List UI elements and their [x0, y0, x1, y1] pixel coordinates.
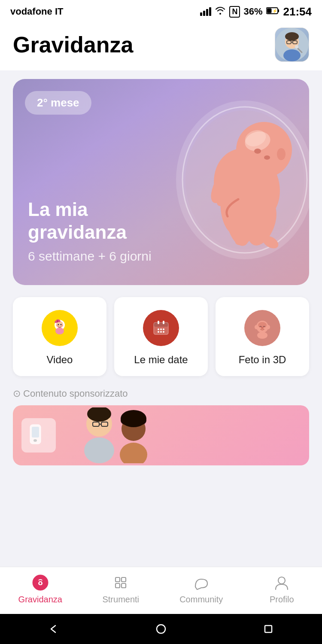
- feto3d-label: Feto in 3D: [239, 354, 286, 366]
- svg-point-47: [158, 328, 159, 330]
- hero-card[interactable]: 2° mese: [13, 79, 309, 285]
- battery-text: 36%: [243, 6, 262, 17]
- gravidanza-nav-icon: 8: [31, 573, 50, 592]
- sponsored-label: ⊙ Contenuto sponsorizzato: [13, 388, 309, 399]
- nav-strumenti[interactable]: Strumenti: [81, 573, 161, 605]
- wifi-icon: [215, 6, 226, 17]
- hero-subtitle: 6 settimane + 6 giorni: [28, 249, 152, 264]
- nav-gravidanza[interactable]: 8 Gravidanza: [0, 573, 81, 605]
- recent-button[interactable]: [261, 622, 275, 636]
- svg-point-51: [160, 331, 162, 333]
- svg-rect-2: [278, 9, 279, 12]
- svg-point-70: [121, 416, 129, 425]
- fetus-illustration: [155, 88, 309, 272]
- status-right: N 36% ⚡ 21:54: [200, 5, 312, 18]
- svg-point-50: [158, 331, 159, 333]
- strumenti-nav-icon: [111, 573, 130, 592]
- svg-point-20: [277, 148, 286, 160]
- signal-icon: [200, 7, 211, 16]
- feto3d-icon: [244, 310, 280, 346]
- nav-community-label: Community: [179, 595, 223, 605]
- quick-actions: Video: [13, 297, 309, 376]
- svg-point-57: [267, 325, 270, 329]
- nfc-icon: N: [229, 6, 240, 18]
- status-bar: vodafone IT N 36% ⚡ 21:54: [0, 0, 322, 23]
- svg-point-48: [160, 328, 162, 330]
- product-image: [21, 418, 56, 453]
- action-feto3d[interactable]: Feto in 3D: [216, 297, 309, 376]
- action-dates[interactable]: Le mie date: [114, 297, 208, 376]
- page-header: Gravidanza: [0, 23, 322, 70]
- back-button[interactable]: [47, 622, 61, 636]
- sponsored-banner[interactable]: [13, 405, 309, 465]
- svg-point-42: [61, 325, 64, 327]
- dates-label: Le mie date: [134, 354, 188, 366]
- time-text: 21:54: [283, 5, 312, 18]
- svg-rect-75: [115, 577, 120, 582]
- svg-rect-46: [163, 321, 164, 324]
- svg-text:⚡: ⚡: [272, 8, 278, 14]
- svg-point-54: [258, 322, 267, 328]
- svg-point-71: [138, 416, 146, 425]
- user-avatar[interactable]: [275, 27, 309, 62]
- svg-rect-76: [122, 577, 126, 582]
- svg-point-61: [33, 439, 37, 442]
- action-video[interactable]: Video: [13, 297, 106, 376]
- android-nav-bar: [0, 614, 322, 644]
- main-content: 2° mese: [0, 70, 322, 474]
- svg-rect-77: [115, 583, 120, 588]
- svg-point-72: [120, 443, 147, 463]
- bottom-nav: 8 Gravidanza Strumenti Community: [0, 567, 322, 614]
- hero-title: La miagravidanza: [28, 198, 152, 244]
- nav-strumenti-label: Strumenti: [102, 595, 139, 605]
- svg-point-55: [261, 327, 264, 329]
- svg-rect-45: [158, 321, 159, 324]
- svg-point-12: [295, 45, 298, 49]
- svg-rect-81: [265, 626, 272, 632]
- svg-point-37: [57, 320, 58, 322]
- dates-icon: [143, 310, 179, 346]
- nav-community[interactable]: Community: [161, 573, 242, 605]
- svg-point-80: [157, 625, 165, 633]
- svg-point-19: [254, 149, 261, 154]
- svg-rect-60: [32, 427, 39, 437]
- carrier-text: vodafone IT: [10, 6, 63, 17]
- svg-point-52: [163, 331, 164, 333]
- svg-rect-78: [122, 583, 126, 588]
- nav-profilo[interactable]: Profilo: [242, 573, 322, 605]
- nav-profilo-label: Profilo: [270, 595, 294, 605]
- svg-point-49: [163, 328, 164, 330]
- svg-point-41: [56, 325, 58, 327]
- svg-point-6: [285, 32, 299, 41]
- svg-point-56: [255, 325, 258, 329]
- video-icon: [42, 310, 78, 346]
- svg-point-10: [283, 49, 301, 61]
- svg-point-79: [278, 577, 285, 584]
- svg-point-31: [264, 155, 270, 160]
- nav-gravidanza-label: Gravidanza: [18, 595, 62, 605]
- sponsored-section: ⊙ Contenuto sponsorizzato: [13, 388, 309, 465]
- charging-icon: ⚡: [266, 6, 280, 17]
- banner-people: [71, 407, 157, 463]
- community-nav-icon: [192, 573, 211, 592]
- svg-rect-1: [267, 9, 271, 13]
- video-label: Video: [47, 354, 73, 366]
- week-badge: 2° mese: [25, 91, 91, 115]
- svg-point-67: [84, 437, 114, 463]
- hero-text: La miagravidanza 6 settimane + 6 giorni: [28, 198, 152, 264]
- svg-rect-44: [154, 322, 168, 327]
- svg-point-26: [217, 199, 224, 206]
- profilo-nav-icon: [272, 573, 291, 592]
- page-title: Gravidanza: [13, 32, 133, 58]
- svg-point-38: [55, 328, 64, 334]
- svg-point-58: [257, 332, 267, 339]
- home-button[interactable]: [154, 622, 168, 636]
- svg-text:8: 8: [38, 577, 43, 587]
